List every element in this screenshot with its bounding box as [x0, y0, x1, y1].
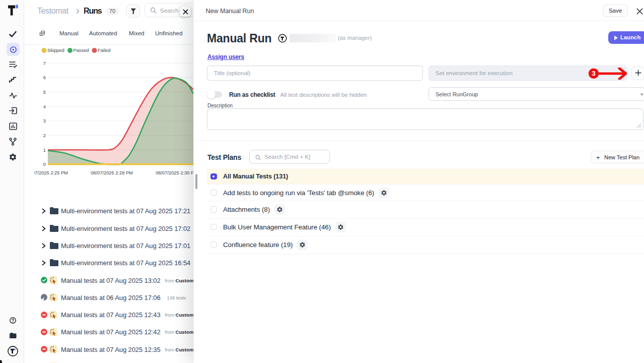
svg-text:08/07/2025 2:30 PM: 08/07/2025 2:30 PM — [156, 170, 193, 175]
svg-text:2: 2 — [43, 133, 46, 138]
svg-text:1: 1 — [43, 148, 46, 153]
svg-text:6: 6 — [43, 75, 46, 80]
svg-text:Passed: Passed — [74, 48, 89, 53]
svg-text:08/07/2025 2:28 PM: 08/07/2025 2:28 PM — [91, 170, 133, 175]
svg-text:5: 5 — [43, 90, 46, 95]
svg-text:3: 3 — [43, 118, 46, 124]
svg-text:08/07/2025 2:25 PM: 08/07/2025 2:25 PM — [34, 170, 68, 175]
svg-text:Failed: Failed — [98, 48, 110, 53]
svg-text:3: 3 — [592, 70, 596, 77]
svg-text:0: 0 — [43, 162, 46, 167]
svg-text:Skipped: Skipped — [47, 48, 64, 53]
svg-text:4: 4 — [43, 104, 46, 109]
svg-text:7: 7 — [43, 61, 46, 66]
